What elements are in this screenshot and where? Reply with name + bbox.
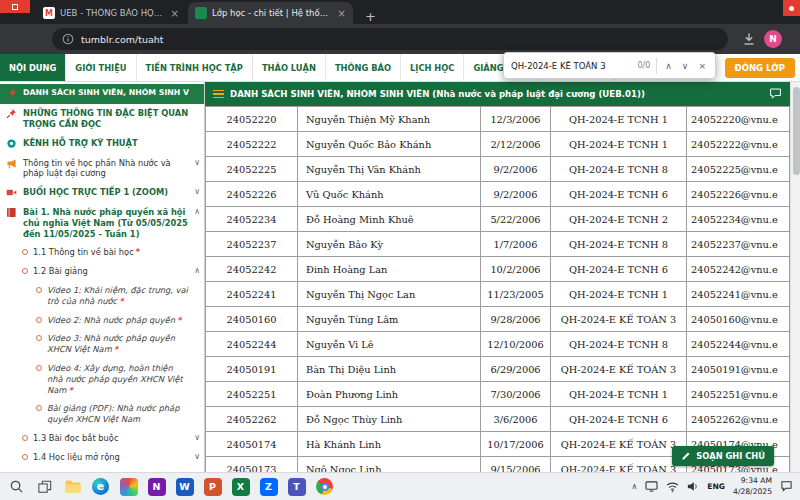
sidebar-item-video-2[interactable]: Video 2: Nhà nước pháp quyền* — [0, 311, 204, 330]
sidebar-item-course-info[interactable]: Thông tin về học phần Nhà nước và pháp l… — [0, 154, 204, 184]
tab-close-icon[interactable]: × — [338, 8, 346, 19]
find-previous-icon[interactable]: ∧ — [663, 61, 674, 71]
taskbar-app-excel[interactable]: X — [231, 477, 250, 496]
task-view-icon[interactable] — [35, 477, 54, 496]
screen-record-badge-left — [0, 0, 30, 13]
tray-expand-icon[interactable]: ∧ — [631, 482, 637, 491]
student-row[interactable]: 24052262 Đỗ Ngọc Thùy Linh 3/6/2006 QH-2… — [206, 407, 790, 432]
cell-class: QH-2024-E TCNH 8 — [551, 232, 687, 257]
cell-date-of-birth: 12/10/2006 — [481, 332, 551, 357]
sidebar-item-lesson-1-1[interactable]: 1.1 Thông tin về bài học* — [0, 243, 204, 262]
chevron-down-icon[interactable]: ∨ — [194, 187, 200, 197]
chevron-down-icon[interactable]: ∨ — [194, 433, 200, 443]
language-indicator[interactable]: ENG — [707, 482, 725, 491]
nav-item-gioi-thieu[interactable]: GIỚI THIỆU — [66, 54, 136, 81]
sidebar-item-video-4[interactable]: Video 4: Xây dựng, hoàn thiện nhà nước p… — [0, 359, 204, 399]
chevron-down-icon[interactable]: ∨ — [194, 452, 200, 462]
sidebar-item-video-3[interactable]: Video 3: Nhà nước pháp quyền XHCN Việt N… — [0, 329, 204, 359]
tab-close-icon[interactable]: × — [171, 8, 179, 19]
cell-date-of-birth: 10/2/2006 — [481, 257, 551, 282]
edge-icon[interactable]: e — [91, 477, 110, 496]
browser-tab-gmail[interactable]: M UEB - THÔNG BÁO HỌC TẬP TUẦN × — [36, 2, 186, 24]
student-row[interactable]: 24052244 Nguyễn Vi Lê 12/10/2006 QH-2024… — [206, 332, 790, 357]
notification-center-icon[interactable] — [780, 477, 793, 496]
cell-student-id: 24050160 — [206, 307, 298, 332]
student-row[interactable]: 24050191 Bàn Thị Diệu Linh 6/29/2006 QH-… — [206, 357, 790, 382]
sidebar-item-label: Bài 1. Nhà nước pháp quyền xã hội chủ ng… — [23, 207, 188, 239]
taskbar-app-word[interactable]: W — [175, 477, 194, 496]
cell-class: QH-2024-E TCNH 6 — [551, 182, 687, 207]
compose-note-button[interactable]: SOẠN GHI CHÚ — [672, 446, 774, 466]
sidebar-item-lecture-pdf[interactable]: Bài giảng (PDF): Nhà nước pháp quyền XHC… — [0, 399, 204, 429]
new-tab-button[interactable]: + — [361, 9, 380, 24]
site-info-icon[interactable] — [62, 33, 74, 45]
student-row[interactable]: 24050160 Nguyễn Tùng Lâm 9/28/2006 QH-20… — [206, 307, 790, 332]
search-icon[interactable] — [7, 477, 26, 496]
scrollbar-thumb[interactable] — [793, 87, 800, 175]
sidebar-item-video-1[interactable]: Video 1: Khái niệm, đặc trưng, vai trò c… — [0, 281, 204, 311]
taskbar-app-powerpoint[interactable]: P — [203, 477, 222, 496]
cell-student-id: 24052242 — [206, 257, 298, 282]
sidebar-item-lesson-1[interactable]: Bài 1. Nhà nước pháp quyền xã hội chủ ng… — [0, 203, 204, 243]
address-bar[interactable]: tumblr.com/tuaht — [52, 28, 728, 50]
taskbar-app-onenote[interactable]: N — [147, 477, 166, 496]
sidebar-item-label: 1.3 Bài đọc bắt buộc — [33, 433, 119, 443]
time-text: 9:34 AM — [733, 476, 772, 486]
find-query-input[interactable]: QH-2024-E KẾ TOÁN 3 — [511, 61, 631, 71]
cell-date-of-birth: 9/2/2006 — [481, 182, 551, 207]
nav-item-thong-bao[interactable]: THÔNG BÁO — [326, 54, 401, 81]
photos-icon[interactable] — [119, 477, 138, 496]
student-row[interactable]: 24052241 Nguyễn Thị Ngọc Lan 11/23/2005 … — [206, 282, 790, 307]
sidebar-item-student-list[interactable]: DANH SÁCH SINH VIÊN, NHÓM SINH VIÊN — [0, 84, 204, 104]
page-scrollbar[interactable] — [790, 82, 800, 472]
student-row[interactable]: 24052234 Đỗ Hoàng Minh Khuê 5/22/2006 QH… — [206, 207, 790, 232]
nav-item-lich-hoc[interactable]: LỊCH HỌC — [401, 54, 464, 81]
nav-item-tien-trinh-hoc-tap[interactable]: TIẾN TRÌNH HỌC TẬP — [137, 54, 253, 81]
find-next-icon[interactable]: ∨ — [680, 61, 691, 71]
sidebar-item-tech-support[interactable]: KÊNH HỖ TRỢ KỸ THUẬT — [0, 134, 204, 154]
student-row[interactable]: 24052225 Nguyễn Thị Vân Khánh 9/2/2006 Q… — [206, 157, 790, 182]
student-row[interactable]: 24052237 Nguyễn Bảo Kỳ 1/7/2006 QH-2024-… — [206, 232, 790, 257]
download-icon[interactable] — [742, 31, 756, 50]
cell-student-name: Nguyễn Quốc Bảo Khánh — [298, 132, 481, 157]
sidebar-item-label: Video 2: Nhà nước pháp quyền — [47, 315, 175, 325]
sidebar-item-lesson-1-4[interactable]: 1.4 Học liệu mở rộng ∨ — [0, 448, 204, 467]
wifi-icon[interactable] — [666, 477, 679, 496]
cell-date-of-birth: 6/29/2006 — [481, 357, 551, 382]
browser-tab-strip: M UEB - THÔNG BÁO HỌC TẬP TUẦN × Lớp học… — [0, 0, 800, 24]
sidebar-item-lesson-1-2[interactable]: 1.2 Bài giảng ∧ — [0, 262, 204, 281]
student-row[interactable]: 24052222 Nguyễn Quốc Bảo Khánh 2/12/2006… — [206, 132, 790, 157]
student-row[interactable]: 24052226 Vũ Quốc Khánh 9/2/2006 QH-2024-… — [206, 182, 790, 207]
required-asterisk: * — [177, 315, 181, 325]
browser-tab-lms[interactable]: Lớp học - chi tiết | Hệ thống đào tạo × — [188, 2, 353, 24]
chevron-up-icon[interactable]: ∧ — [194, 207, 200, 217]
taskbar-app-zalo[interactable]: Z — [259, 477, 278, 496]
sidebar-item-live-session-1[interactable]: BUỔI HỌC TRỰC TIẾP 1 (ZOOM) ∨ — [0, 183, 204, 203]
clock[interactable]: 9:34 AM 4/28/2025 — [733, 476, 772, 497]
sidebar-item-lesson-1-3[interactable]: 1.3 Bài đọc bắt buộc ∨ — [0, 429, 204, 448]
sidebar-item-label: 1.1 Thông tin về bài học — [33, 247, 134, 257]
cell-class: QH-2024-E TCNH 1 — [551, 107, 687, 132]
find-close-icon[interactable]: × — [696, 61, 708, 71]
nav-item-noi-dung[interactable]: NỘI DUNG — [0, 54, 66, 81]
nav-item-thao-luan[interactable]: THẢO LUẬN — [253, 54, 326, 81]
volume-icon[interactable] — [687, 477, 699, 496]
chrome-icon[interactable] — [315, 477, 334, 496]
close-class-button[interactable]: ĐÓNG LỚP — [725, 58, 795, 78]
student-row[interactable]: 24052220 Nguyễn Thiện Mỹ Khanh 12/3/2006… — [206, 107, 790, 132]
cell-student-name: Nguyễn Thiện Mỹ Khanh — [298, 107, 481, 132]
chevron-up-icon[interactable]: ∧ — [194, 266, 200, 276]
taskbar-app-teams[interactable]: T — [287, 477, 306, 496]
file-explorer-icon[interactable] — [63, 477, 82, 496]
display-icon[interactable] — [645, 477, 658, 496]
sidebar-item-important-notes[interactable]: NHỮNG THÔNG TIN ĐẶC BIỆT QUAN TRỌNG CẦN … — [0, 104, 204, 134]
find-in-page-bar[interactable]: QH-2024-E KẾ TOÁN 3 0/0 ∧ ∨ × — [503, 52, 716, 79]
cell-student-id: 24052225 — [206, 157, 298, 182]
chevron-down-icon[interactable]: ∨ — [194, 158, 200, 168]
list-icon — [213, 90, 224, 99]
profile-avatar[interactable]: N — [764, 30, 782, 48]
student-row[interactable]: 24052242 Đinh Hoàng Lan 10/2/2006 QH-202… — [206, 257, 790, 282]
radio-bullet-icon — [36, 287, 42, 293]
chat-icon[interactable] — [769, 85, 782, 104]
student-row[interactable]: 24052251 Đoàn Phương Linh 7/30/2006 QH-2… — [206, 382, 790, 407]
